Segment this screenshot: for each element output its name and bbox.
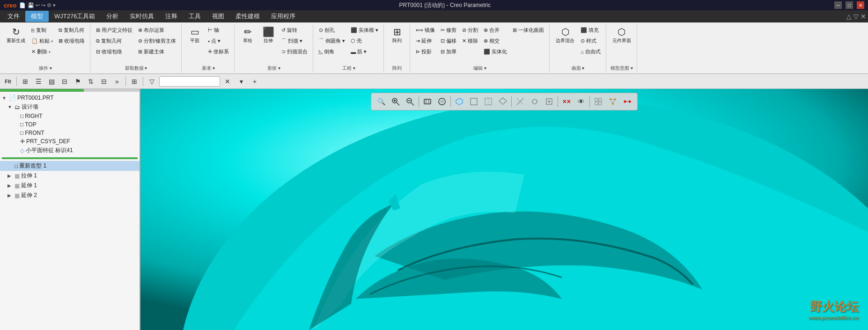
menu-wjt276[interactable]: WJT276工具箱 bbox=[49, 11, 101, 22]
solidify-button[interactable]: ⬛ 实体化 bbox=[481, 47, 509, 57]
filter-options[interactable]: ▾ bbox=[235, 75, 247, 88]
vp-orient-button[interactable] bbox=[496, 95, 510, 109]
shrinkpkg-button[interactable]: ⊟ 收缩包络 bbox=[94, 47, 135, 57]
rib-button[interactable]: ▬ 筋 ▾ bbox=[348, 47, 381, 57]
round-button[interactable]: ⌒ 倒圆角 ▾ bbox=[316, 36, 347, 46]
unify-button[interactable]: ⊞ 一体化曲面 bbox=[510, 25, 546, 35]
vp-spin-button[interactable] bbox=[435, 95, 449, 109]
viewport[interactable]: 🔍 bbox=[140, 89, 868, 330]
tree-item-rebuild[interactable]: □ 重新造型 1 bbox=[0, 161, 140, 171]
vp-zoom-out-button[interactable] bbox=[403, 95, 417, 109]
paste-button[interactable]: 📋 粘贴 ▾ bbox=[29, 36, 55, 46]
hole-button[interactable]: ⊙ 创孔 bbox=[316, 25, 347, 35]
rotate-button[interactable]: ↺ 旋转 bbox=[279, 25, 310, 35]
grid-view-button[interactable]: ⊞ bbox=[19, 75, 31, 88]
freeform-button[interactable]: ⌂ 自由式 bbox=[578, 47, 603, 57]
sweep-button[interactable]: ⌒ 扫描 ▾ bbox=[279, 36, 310, 46]
tree-item-design[interactable]: ▼ 🗂 设计项 bbox=[0, 102, 140, 112]
shell-button[interactable]: ⬡ 壳 bbox=[348, 36, 381, 46]
plane-button[interactable]: ▭ 平面 bbox=[185, 25, 205, 46]
vp-iso-button[interactable] bbox=[452, 95, 466, 109]
newmain-button[interactable]: ⊞ 新建主体 bbox=[136, 47, 178, 57]
tree-item-extrude1[interactable]: ▶ ▦ 拉伸 1 bbox=[0, 171, 140, 181]
splitedit-button[interactable]: ⊘ 分割 bbox=[460, 25, 480, 35]
trim-button[interactable]: ✂ 修剪 bbox=[438, 25, 459, 35]
tree-item-facet[interactable]: ◇ 小平面特征 标识41 bbox=[0, 146, 140, 155]
sweepblend-button[interactable]: ⊃ 扫描混合 bbox=[279, 47, 310, 57]
menu-analysis[interactable]: 分析 bbox=[101, 11, 124, 22]
vp-grid2-button[interactable] bbox=[591, 95, 605, 109]
flag-button[interactable]: ⚑ bbox=[72, 75, 84, 88]
vp-zoom-in-button[interactable] bbox=[389, 95, 403, 109]
expand-button[interactable]: ⊞ bbox=[128, 75, 140, 88]
merge-button[interactable]: ⊕ 合并 bbox=[481, 25, 509, 35]
copy-geom-button[interactable]: ⧉ 复制几何 bbox=[56, 25, 87, 35]
chamfer-button[interactable]: ◺ 倒角 bbox=[316, 47, 347, 57]
regenerate-button[interactable]: ↻ 重新生成 bbox=[4, 25, 28, 46]
tree-item-right[interactable]: □ RIGHT bbox=[0, 112, 140, 120]
more-button[interactable]: » bbox=[111, 75, 123, 88]
delete-button[interactable]: ✕ 删除 ▾ bbox=[29, 47, 55, 57]
offset-button[interactable]: ⊡ 偏移 bbox=[438, 36, 459, 46]
copymain-button[interactable]: ⧉ 复制几何 bbox=[94, 36, 135, 46]
vp-front-button[interactable] bbox=[467, 95, 481, 109]
tree-item-front[interactable]: □ FRONT bbox=[0, 129, 140, 137]
menu-model[interactable]: 模型 bbox=[25, 11, 49, 22]
solid-button[interactable]: ⬛ 实体模 ▾ bbox=[348, 25, 381, 35]
extrude-button[interactable]: ⬛ 拉伸 bbox=[258, 25, 278, 46]
vp-close1-button[interactable]: ✕✕ bbox=[559, 95, 574, 109]
tree-item-root[interactable]: ▼ 📄 PRT0001.PRT bbox=[0, 94, 140, 102]
menu-tools[interactable]: 工具 bbox=[183, 11, 206, 22]
coord-button[interactable]: ✛ 坐标系 bbox=[206, 47, 231, 57]
tree-filter-input[interactable] bbox=[159, 76, 220, 87]
shrink-button[interactable]: ⊠ 收缩包络 bbox=[56, 36, 87, 46]
vp-graphnode-button[interactable] bbox=[620, 95, 634, 109]
point-button[interactable]: • 点 ▾ bbox=[206, 36, 231, 46]
copy-button[interactable]: ⎘ 复制 bbox=[29, 25, 55, 35]
vp-pan-button[interactable] bbox=[420, 95, 434, 109]
vp-pick2-button[interactable] bbox=[528, 95, 542, 109]
style-button[interactable]: ⊙ 样式 bbox=[578, 36, 603, 46]
sort-button[interactable]: ⇅ bbox=[85, 75, 97, 88]
table-view-button[interactable]: ⊟ bbox=[59, 75, 71, 88]
tree-item-top[interactable]: □ TOP bbox=[0, 120, 140, 129]
sketch-button[interactable]: ✏ 草绘 bbox=[238, 25, 257, 46]
thicken-button[interactable]: ⊟ 加厚 bbox=[438, 47, 459, 57]
filter-icon[interactable]: ▽ bbox=[146, 75, 158, 88]
list-view-button[interactable]: ☰ bbox=[32, 75, 44, 88]
menu-simulation[interactable]: 实时仿真 bbox=[124, 11, 160, 22]
tree-item-extend2[interactable]: ▶ ▦ 延伸 2 bbox=[0, 191, 140, 200]
menu-file[interactable]: 文件 bbox=[2, 11, 25, 22]
split-button[interactable]: ⊘ 分割/修剪主体 bbox=[136, 36, 178, 46]
tree-view-button[interactable]: ▤ bbox=[45, 75, 58, 88]
restore-button[interactable]: □ bbox=[846, 1, 853, 9]
array-button[interactable]: ⊞ 阵列 bbox=[387, 25, 407, 46]
col-button[interactable]: ⊟ bbox=[98, 75, 110, 88]
tree-item-extend1[interactable]: ▶ ▦ 延伸 1 bbox=[0, 181, 140, 191]
fill-button[interactable]: ⬛ 填充 bbox=[578, 25, 603, 35]
elemboundary-button[interactable]: ⬡ 元件界面 bbox=[610, 25, 634, 46]
axis-button[interactable]: ⊢ 轴 bbox=[206, 25, 231, 35]
tree-item-csys[interactable]: ✛ PRT_CSYS_DEF bbox=[0, 137, 140, 146]
userdef-button[interactable]: ⊞ 用户定义特征 bbox=[94, 25, 135, 35]
vp-vertex-button[interactable] bbox=[606, 95, 620, 109]
intersect-button[interactable]: ⊗ 相交 bbox=[481, 36, 509, 46]
menu-annotate[interactable]: 注释 bbox=[160, 11, 183, 22]
vp-pick1-button[interactable] bbox=[513, 95, 527, 109]
filter-add[interactable]: + bbox=[249, 75, 261, 88]
vp-section-button[interactable] bbox=[481, 95, 495, 109]
project-button[interactable]: ⊳ 投影 bbox=[413, 47, 437, 57]
mirror-button[interactable]: ⟺ 镜像 bbox=[413, 25, 437, 35]
boundary-button[interactable]: ⬡ 边界混合 bbox=[553, 25, 577, 46]
vp-eye-button[interactable]: 👁 bbox=[574, 95, 588, 109]
vp-pick3-button[interactable] bbox=[542, 95, 556, 109]
buer-button[interactable]: ⊕ 布尔运算 bbox=[136, 25, 178, 35]
minimize-button[interactable]: ─ bbox=[834, 1, 842, 9]
menu-apps[interactable]: 应用程序 bbox=[265, 11, 301, 22]
vp-zoom-fit-button[interactable]: 🔍 bbox=[374, 95, 388, 109]
remove-button[interactable]: ✕ 移除 bbox=[460, 36, 480, 46]
fit-button[interactable]: FIt bbox=[2, 75, 14, 88]
menu-flexible[interactable]: 柔性建模 bbox=[230, 11, 265, 22]
extend-button[interactable]: ⇥ 延伸 bbox=[413, 36, 437, 46]
filter-clear[interactable]: ✕ bbox=[221, 75, 234, 88]
